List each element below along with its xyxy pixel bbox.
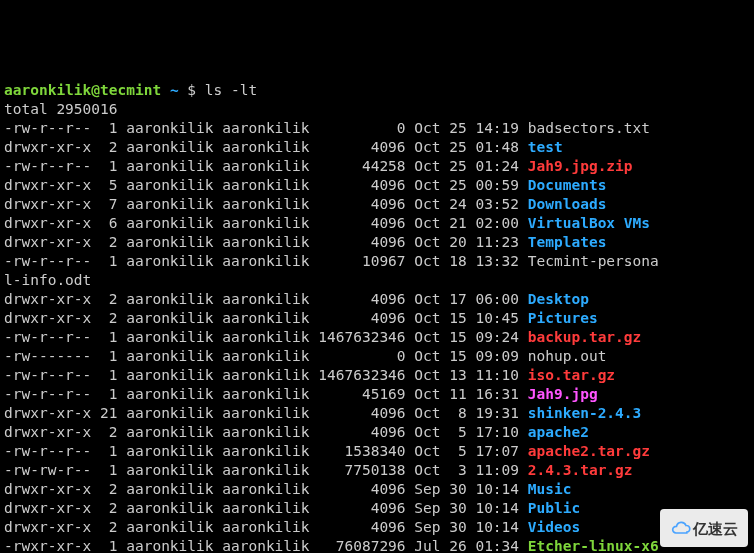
file-meta: drwxr-xr-x 2 aaronkilik aaronkilik 4096 … bbox=[4, 519, 528, 535]
file-name: VirtualBox VMs bbox=[528, 215, 650, 231]
file-name: Jah9.jpg.zip bbox=[528, 158, 633, 174]
file-row: -rw-rw-r-- 1 aaronkilik aaronkilik 77501… bbox=[4, 461, 750, 480]
file-row: drwxr-xr-x 2 aaronkilik aaronkilik 4096 … bbox=[4, 480, 750, 499]
file-row-wrap: l-info.odt bbox=[4, 271, 750, 290]
file-meta: drwxr-xr-x 2 aaronkilik aaronkilik 4096 … bbox=[4, 291, 528, 307]
file-name: backup.tar.gz bbox=[528, 329, 642, 345]
file-meta: drwxr-xr-x 5 aaronkilik aaronkilik 4096 … bbox=[4, 177, 528, 193]
file-row: -rw-r--r-- 1 aaronkilik aaronkilik 14676… bbox=[4, 328, 750, 347]
file-row: drwxr-xr-x 2 aaronkilik aaronkilik 4096 … bbox=[4, 518, 750, 537]
file-meta: -rw-rw-r-- 1 aaronkilik aaronkilik 77501… bbox=[4, 462, 528, 478]
file-row: -rw-r--r-- 1 aaronkilik aaronkilik 10967… bbox=[4, 252, 750, 271]
file-name: Desktop bbox=[528, 291, 589, 307]
file-meta: -rw-r--r-- 1 aaronkilik aaronkilik 14676… bbox=[4, 329, 528, 345]
file-row: -rw-r--r-- 1 aaronkilik aaronkilik 44258… bbox=[4, 157, 750, 176]
file-name: apache2.tar.gz bbox=[528, 443, 650, 459]
file-row: drwxr-xr-x 2 aaronkilik aaronkilik 4096 … bbox=[4, 138, 750, 157]
file-meta: -rw-r--r-- 1 aaronkilik aaronkilik 0 Oct… bbox=[4, 120, 528, 136]
file-meta: drwxr-xr-x 2 aaronkilik aaronkilik 4096 … bbox=[4, 500, 528, 516]
file-name: Etcher-linux-x6 bbox=[528, 538, 659, 553]
file-name: shinken-2.4.3 bbox=[528, 405, 642, 421]
file-name: Downloads bbox=[528, 196, 607, 212]
file-row: drwxr-xr-x 2 aaronkilik aaronkilik 4096 … bbox=[4, 499, 750, 518]
file-row: -rw------- 1 aaronkilik aaronkilik 0 Oct… bbox=[4, 347, 750, 366]
file-meta: -rw-r--r-- 1 aaronkilik aaronkilik 45169… bbox=[4, 386, 528, 402]
file-meta: drwxr-xr-x 7 aaronkilik aaronkilik 4096 … bbox=[4, 196, 528, 212]
file-name: Tecmint-persona bbox=[528, 253, 659, 269]
cloud-icon bbox=[671, 518, 691, 538]
prompt-symbol: $ bbox=[187, 82, 196, 98]
file-row: -rwxr-xr-x 1 aaronkilik aaronkilik 76087… bbox=[4, 537, 750, 553]
file-meta: -rw-r--r-- 1 aaronkilik aaronkilik 10967… bbox=[4, 253, 528, 269]
file-name: iso.tar.gz bbox=[528, 367, 615, 383]
file-meta: -rw-r--r-- 1 aaronkilik aaronkilik 15383… bbox=[4, 443, 528, 459]
file-meta: drwxr-xr-x 2 aaronkilik aaronkilik 4096 … bbox=[4, 310, 528, 326]
file-name: Jah9.jpg bbox=[528, 386, 598, 402]
file-name: test bbox=[528, 139, 563, 155]
file-meta: -rw-r--r-- 1 aaronkilik aaronkilik 44258… bbox=[4, 158, 528, 174]
file-meta: -rwxr-xr-x 1 aaronkilik aaronkilik 76087… bbox=[4, 538, 528, 553]
file-row: drwxr-xr-x 7 aaronkilik aaronkilik 4096 … bbox=[4, 195, 750, 214]
file-name: Public bbox=[528, 500, 580, 516]
file-name: nohup.out bbox=[528, 348, 607, 364]
file-name: Documents bbox=[528, 177, 607, 193]
file-name: Music bbox=[528, 481, 572, 497]
file-meta: drwxr-xr-x 2 aaronkilik aaronkilik 4096 … bbox=[4, 424, 528, 440]
file-row: drwxr-xr-x 6 aaronkilik aaronkilik 4096 … bbox=[4, 214, 750, 233]
file-name: badsectors.txt bbox=[528, 120, 650, 136]
file-name-wrap: l-info.odt bbox=[4, 272, 91, 288]
file-row: -rw-r--r-- 1 aaronkilik aaronkilik 15383… bbox=[4, 442, 750, 461]
file-row: -rw-r--r-- 1 aaronkilik aaronkilik 0 Oct… bbox=[4, 119, 750, 138]
file-row: drwxr-xr-x 2 aaronkilik aaronkilik 4096 … bbox=[4, 423, 750, 442]
file-name: Templates bbox=[528, 234, 607, 250]
file-row: -rw-r--r-- 1 aaronkilik aaronkilik 45169… bbox=[4, 385, 750, 404]
file-row: drwxr-xr-x 2 aaronkilik aaronkilik 4096 … bbox=[4, 309, 750, 328]
user-host: aaronkilik@tecmint bbox=[4, 82, 161, 98]
file-meta: drwxr-xr-x 6 aaronkilik aaronkilik 4096 … bbox=[4, 215, 528, 231]
file-name: 2.4.3.tar.gz bbox=[528, 462, 633, 478]
file-row: -rw-r--r-- 1 aaronkilik aaronkilik 14676… bbox=[4, 366, 750, 385]
file-row: drwxr-xr-x 5 aaronkilik aaronkilik 4096 … bbox=[4, 176, 750, 195]
file-name: apache2 bbox=[528, 424, 589, 440]
file-name: Pictures bbox=[528, 310, 598, 326]
command-text: ls -lt bbox=[205, 82, 257, 98]
prompt-line: aaronkilik@tecmint ~ $ ls -lt bbox=[4, 81, 750, 100]
file-row: drwxr-xr-x 2 aaronkilik aaronkilik 4096 … bbox=[4, 290, 750, 309]
file-row: drwxr-xr-x 2 aaronkilik aaronkilik 4096 … bbox=[4, 233, 750, 252]
file-meta: -rw-r--r-- 1 aaronkilik aaronkilik 14676… bbox=[4, 367, 528, 383]
total-line: total 2950016 bbox=[4, 100, 750, 119]
file-meta: drwxr-xr-x 21 aaronkilik aaronkilik 4096… bbox=[4, 405, 528, 421]
file-meta: -rw------- 1 aaronkilik aaronkilik 0 Oct… bbox=[4, 348, 528, 364]
file-meta: drwxr-xr-x 2 aaronkilik aaronkilik 4096 … bbox=[4, 139, 528, 155]
file-row: drwxr-xr-x 21 aaronkilik aaronkilik 4096… bbox=[4, 404, 750, 423]
file-meta: drwxr-xr-x 2 aaronkilik aaronkilik 4096 … bbox=[4, 481, 528, 497]
watermark-badge: 亿速云 bbox=[660, 509, 748, 547]
file-meta: drwxr-xr-x 2 aaronkilik aaronkilik 4096 … bbox=[4, 234, 528, 250]
terminal-output[interactable]: aaronkilik@tecmint ~ $ ls -lttotal 29500… bbox=[4, 81, 750, 553]
cwd: ~ bbox=[170, 82, 179, 98]
file-name: Videos bbox=[528, 519, 580, 535]
watermark-text: 亿速云 bbox=[693, 519, 738, 538]
